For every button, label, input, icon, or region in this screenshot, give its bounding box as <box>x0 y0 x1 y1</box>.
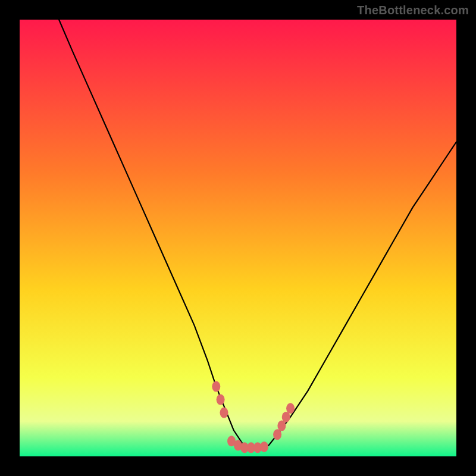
gradient-background <box>20 20 456 456</box>
bottleneck-chart <box>0 0 476 476</box>
marker-dot <box>220 408 228 418</box>
watermark-text: TheBottleneck.com <box>357 4 469 17</box>
chart-frame: { "watermark": "TheBottleneck.com", "col… <box>0 0 476 476</box>
marker-dot <box>286 403 295 414</box>
marker-dot <box>260 441 268 452</box>
marker-dot <box>217 394 225 405</box>
marker-dot <box>212 381 220 392</box>
